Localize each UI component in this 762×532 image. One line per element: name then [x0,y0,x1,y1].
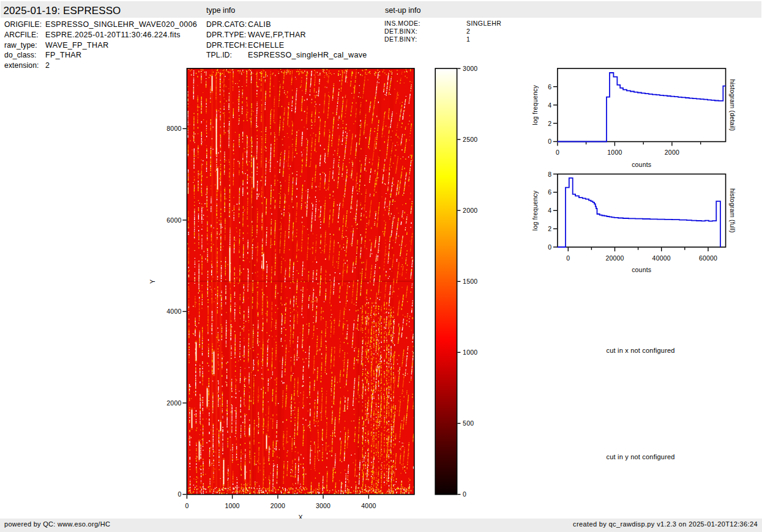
svg-text:0: 0 [185,502,189,509]
svg-text:60000: 60000 [699,254,717,262]
svg-text:2000: 2000 [166,399,181,407]
svg-text:cut in y not configured: cut in y not configured [606,453,674,460]
svg-text:1000: 1000 [607,149,622,156]
svg-text:Y: Y [149,279,157,284]
svg-text:0: 0 [548,138,551,145]
svg-text:histogram (detail): histogram (detail) [729,79,736,131]
svg-text:2: 2 [548,120,551,127]
svg-text:4: 4 [548,207,551,214]
svg-text:0: 0 [548,243,551,251]
svg-text:0: 0 [463,490,466,498]
svg-text:cut in x not configured: cut in x not configured [606,347,674,354]
svg-text:counts: counts [632,266,651,273]
svg-text:histogram (full): histogram (full) [729,188,736,233]
svg-text:6: 6 [548,83,551,91]
svg-text:3000: 3000 [316,502,331,509]
svg-text:2000: 2000 [463,207,477,214]
svg-text:4000: 4000 [166,308,181,315]
svg-text:4: 4 [548,102,551,109]
svg-text:500: 500 [463,419,474,427]
svg-text:4000: 4000 [361,502,376,509]
svg-text:2000: 2000 [271,502,285,509]
svg-text:20000: 20000 [605,254,624,262]
svg-text:1000: 1000 [463,349,477,356]
svg-text:1000: 1000 [225,502,240,509]
svg-text:counts: counts [632,161,651,168]
svg-text:6: 6 [548,188,551,196]
svg-text:40000: 40000 [652,254,671,262]
svg-text:log frequency: log frequency [532,84,539,125]
svg-text:8: 8 [548,171,551,178]
svg-text:log frequency: log frequency [532,190,539,231]
svg-text:0: 0 [566,254,570,262]
svg-text:2500: 2500 [463,136,477,143]
svg-text:3000: 3000 [463,65,477,72]
svg-text:0: 0 [177,490,181,498]
svg-text:0: 0 [556,149,559,156]
svg-text:2: 2 [548,225,551,232]
svg-text:8000: 8000 [166,125,181,132]
svg-text:2000: 2000 [665,149,679,156]
svg-text:1500: 1500 [463,278,477,285]
svg-text:6000: 6000 [166,216,181,224]
